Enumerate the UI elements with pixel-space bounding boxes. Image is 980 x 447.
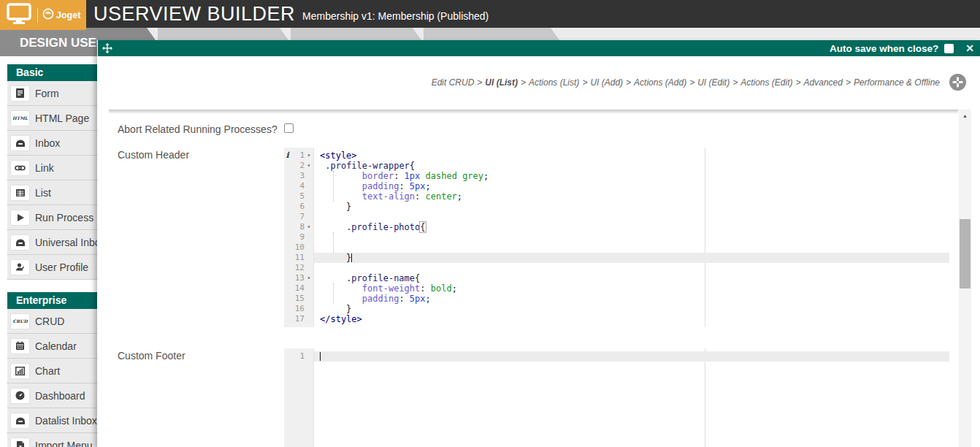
breadcrumb-item-actions-list-[interactable]: Actions (List) bbox=[529, 77, 579, 88]
editor-code-area[interactable]: <style> .profile-wrapper{ border: 1px da… bbox=[314, 148, 949, 327]
breadcrumb-item-performance-offline[interactable]: Performance & Offline bbox=[854, 77, 940, 88]
sidebar-item-universal-inbox[interactable]: Universal Inbox bbox=[7, 230, 99, 255]
sidebar-item-list[interactable]: List bbox=[7, 180, 99, 205]
inbox-icon bbox=[10, 234, 30, 251]
code-line-7 bbox=[320, 212, 949, 222]
builder-tab-4[interactable] bbox=[424, 28, 559, 40]
breadcrumb-separator: > bbox=[846, 77, 851, 88]
sidebar-item-label: List bbox=[35, 187, 51, 199]
builder-tab-2[interactable] bbox=[158, 28, 288, 40]
line-number: 11 bbox=[291, 253, 305, 263]
sidebar-item-dashboard[interactable]: Dashboard bbox=[7, 383, 99, 408]
code-line-10 bbox=[320, 242, 949, 253]
editor-info-icon[interactable]: i bbox=[284, 150, 291, 161]
dialog-header: Auto save when close? ✕ bbox=[98, 40, 980, 56]
code-line-3: border: 1px dashed grey; bbox=[320, 171, 949, 181]
line-number: 8 bbox=[291, 222, 305, 232]
breadcrumb-item-actions-edit-[interactable]: Actions (Edit) bbox=[740, 77, 792, 88]
autosave-checkbox[interactable] bbox=[944, 44, 954, 53]
joget-brand-text: Joget bbox=[56, 10, 80, 20]
dashboard-icon bbox=[10, 388, 30, 404]
code-line-12 bbox=[320, 263, 949, 273]
calendar-icon bbox=[10, 338, 30, 354]
custom-footer-code-editor[interactable]: 1 bbox=[284, 348, 949, 447]
code-line-13: .profile-name{ bbox=[320, 273, 949, 283]
breadcrumb-item-ui-edit-[interactable]: UI (Edit) bbox=[697, 77, 730, 88]
joget-logo-block[interactable]: Joget bbox=[0, 0, 86, 30]
line-number: 14 bbox=[291, 283, 305, 294]
form-icon bbox=[10, 85, 30, 102]
custom-header-field: Custom Header i1▾2▾345678▾910111213▾1415… bbox=[109, 148, 958, 327]
code-fold-icon[interactable]: ▾ bbox=[305, 161, 313, 171]
code-fold-icon[interactable]: ▾ bbox=[305, 273, 313, 283]
breadcrumb-separator: > bbox=[796, 77, 801, 88]
code-fold-icon[interactable]: ▾ bbox=[305, 150, 313, 161]
custom-footer-field: Custom Footer 1 bbox=[109, 348, 958, 447]
code-line-11: } bbox=[314, 253, 949, 263]
line-number: 4 bbox=[291, 181, 305, 191]
breadcrumb-item-ui-add-[interactable]: UI (Add) bbox=[590, 77, 623, 88]
app-subtitle: Membership v1: Membership (Published) bbox=[302, 6, 489, 22]
line-number: 12 bbox=[291, 263, 305, 273]
sidebar-item-label: Form bbox=[35, 88, 59, 99]
abort-processes-checkbox[interactable] bbox=[284, 123, 294, 133]
import-menu-icon bbox=[10, 438, 30, 447]
text-cursor bbox=[351, 253, 352, 262]
sidebar-item-label: User Profile bbox=[35, 261, 88, 273]
close-icon[interactable]: ✕ bbox=[965, 40, 974, 56]
section-toggle-button[interactable] bbox=[949, 73, 967, 91]
code-line-5: text-align: center; bbox=[320, 191, 949, 202]
inbox-icon bbox=[10, 413, 30, 429]
sidebar-item-label: HTML Page bbox=[35, 112, 89, 124]
logo-separator bbox=[37, 8, 38, 23]
code-line-15: padding: 5px; bbox=[320, 294, 949, 304]
breadcrumb-separator: > bbox=[477, 77, 482, 88]
custom-header-code-editor[interactable]: i1▾2▾345678▾910111213▾14151617<style> .p… bbox=[284, 148, 949, 327]
design-userview-banner: DESIGN USER bbox=[0, 30, 97, 56]
builder-tab-3[interactable] bbox=[291, 28, 421, 40]
breadcrumb-item-advanced[interactable]: Advanced bbox=[804, 77, 843, 88]
editor-gutter: 1 bbox=[284, 348, 314, 447]
code-line-1: <style> bbox=[320, 150, 949, 161]
scroll-up-icon[interactable]: ▲ bbox=[959, 110, 971, 121]
breadcrumb-separator: > bbox=[689, 77, 694, 88]
sidebar-section-header-basic: Basic bbox=[7, 64, 99, 81]
sidebar-item-label: Universal Inbox bbox=[35, 237, 106, 248]
sidebar-item-datalist-inbox[interactable]: Datalist Inbox bbox=[7, 408, 99, 433]
vertical-scrollbar[interactable]: ▲ bbox=[959, 110, 971, 447]
sidebar-item-label: CRUD bbox=[35, 316, 64, 327]
scrollbar-thumb[interactable] bbox=[960, 219, 971, 289]
code-line-4: padding: 5px; bbox=[320, 181, 949, 191]
sidebar-item-label: Calendar bbox=[35, 340, 77, 352]
abort-processes-field: Abort Related Running Processes? bbox=[109, 110, 958, 137]
custom-footer-label: Custom Footer bbox=[118, 348, 284, 363]
list-icon bbox=[10, 185, 30, 201]
sidebar-item-chart[interactable]: Chart bbox=[7, 359, 99, 383]
line-number: 9 bbox=[291, 232, 305, 242]
breadcrumb-item-ui-list-[interactable]: UI (List) bbox=[485, 77, 518, 88]
sidebar-item-calendar[interactable]: Calendar bbox=[7, 334, 99, 359]
sidebar-item-import-menu[interactable]: Import Menu bbox=[7, 433, 99, 447]
monitor-icon bbox=[6, 3, 32, 28]
custom-header-label: Custom Header bbox=[118, 148, 284, 162]
sidebar-item-html-page[interactable]: HTMLHTML Page bbox=[7, 106, 99, 131]
sidebar-item-form[interactable]: Form bbox=[7, 81, 99, 106]
sidebar-item-label: Link bbox=[35, 162, 54, 174]
sidebar-item-label: Import Menu bbox=[35, 440, 93, 447]
code-line-14: font-weight: bold; bbox=[320, 283, 949, 294]
code-fold-icon[interactable]: ▾ bbox=[305, 222, 313, 232]
sidebar-item-run-process[interactable]: Run Process bbox=[7, 205, 99, 230]
move-icon[interactable] bbox=[102, 43, 112, 53]
code-line-2: .profile-wrapper{ bbox=[320, 161, 949, 171]
breadcrumb-item-edit-crud[interactable]: Edit CRUD bbox=[432, 77, 475, 88]
sidebar-item-crud[interactable]: CRUDCRUD bbox=[7, 309, 99, 334]
run-process-icon bbox=[10, 210, 30, 226]
line-number: 16 bbox=[291, 304, 305, 314]
sidebar-item-link[interactable]: Link bbox=[7, 156, 99, 180]
sidebar-item-inbox[interactable]: Inbox bbox=[7, 131, 99, 156]
sidebar-item-user-profile[interactable]: User Profile bbox=[7, 255, 99, 280]
breadcrumb-item-actions-add-[interactable]: Actions (Add) bbox=[634, 77, 686, 88]
builder-tab-strip bbox=[86, 28, 980, 40]
editor-code-area[interactable] bbox=[314, 348, 949, 447]
line-number: 7 bbox=[291, 212, 305, 222]
